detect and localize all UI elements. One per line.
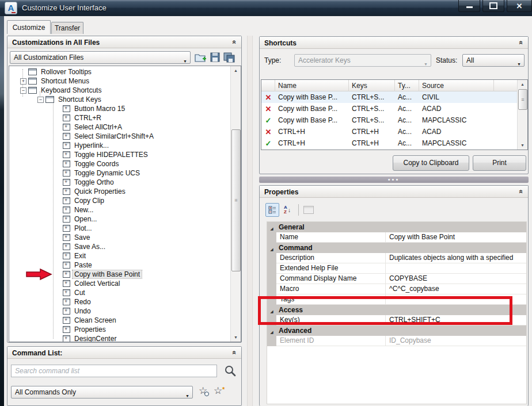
tree-item[interactable]: Open... (9, 215, 231, 224)
tree-item[interactable]: Undo (9, 307, 231, 316)
tree-item[interactable]: Toggle HIDEPALETTES (9, 150, 231, 159)
property-row[interactable]: Description Duplicates objects along wit… (267, 253, 526, 263)
scroll-down-icon[interactable]: ▼ (231, 333, 241, 342)
scroll-down-icon[interactable]: ▼ (518, 141, 527, 150)
column-header-keys[interactable]: Keys (349, 80, 395, 91)
property-value[interactable]: ^C^C_copybase (386, 284, 526, 294)
customization-file-dropdown[interactable]: All Customization Files ▼ (10, 51, 191, 64)
tree-item-label[interactable]: Keyboard Shortcuts (39, 86, 103, 94)
category-expanded-icon[interactable]: ◢ (270, 247, 273, 251)
property-row[interactable]: Extended Help File (267, 263, 526, 274)
shortcut-table-row[interactable]: ✓ Copy with Base P... CTRL+S... Ac... MA… (261, 114, 527, 126)
scrollbar-thumb[interactable]: ≡ (231, 129, 241, 271)
tree-item-label[interactable]: Undo (73, 307, 93, 315)
star-new-icon[interactable]: ☆* (214, 385, 222, 397)
shortcut-table-row[interactable]: ✕ CTRL+H CTRL+H Ac... ACAD (261, 126, 527, 137)
tree-item[interactable]: + Shortcut Menus (9, 76, 231, 86)
tree-item[interactable]: Rollover Tooltips (9, 67, 231, 76)
tab-transfer[interactable]: Transfer (51, 22, 83, 34)
panel-splitter-horizontal[interactable]: ••• (259, 177, 529, 183)
collapse-panel-icon[interactable]: « (518, 190, 526, 194)
search-input[interactable] (11, 365, 217, 377)
property-value[interactable]: COPYBASE (386, 274, 526, 284)
property-row[interactable]: Macro ^C^C_copybase (267, 284, 526, 294)
copy-to-clipboard-button[interactable]: Copy to Clipboard (393, 155, 469, 171)
tree-item[interactable]: Select SimilarCtrl+Shift+A (9, 132, 231, 141)
property-value[interactable]: ID_Copybase (386, 336, 526, 346)
print-button[interactable]: Print (473, 155, 526, 171)
minimize-button[interactable] (458, 0, 480, 12)
tree-item-label[interactable]: Copy Clip (73, 197, 106, 205)
collapse-panel-icon[interactable]: « (231, 40, 239, 44)
collapse-panel-icon[interactable]: « (518, 41, 526, 45)
tree-item[interactable]: Save As... (9, 242, 231, 251)
column-header-name[interactable]: Name (275, 80, 349, 91)
shortcut-table-row[interactable]: ✕ Copy with Base P... CTRL+S... Ac... AC… (261, 103, 527, 114)
tree-item-label[interactable]: CTRL+R (73, 114, 103, 122)
category-expanded-icon[interactable]: ◢ (270, 330, 273, 334)
tree-scrollbar[interactable]: ▲ ≡ ▼ (230, 66, 241, 342)
command-filter-dropdown[interactable]: All Commands Only ▼ (11, 386, 193, 399)
tree-item-label[interactable]: Properties (73, 325, 108, 334)
tree-item-label[interactable]: Toggle Dynamic UCS (73, 169, 142, 177)
tree-item-label[interactable]: New... (73, 206, 95, 214)
tree-item[interactable]: Clean Screen (9, 316, 231, 325)
load-customization-icon[interactable] (194, 52, 207, 63)
property-row[interactable]: Element ID ID_Copybase (267, 336, 526, 346)
property-value[interactable]: Duplicates objects along with a specifie… (386, 253, 526, 263)
tree-item[interactable]: − Shortcut Keys (9, 95, 231, 104)
tree-item[interactable]: Copy Clip (9, 196, 231, 205)
property-category-row[interactable]: ◢ Advanced (267, 325, 526, 336)
tree-item-label[interactable]: Toggle Ortho (73, 178, 116, 186)
tree-item-label[interactable]: Collect Vertical (73, 279, 121, 288)
tree-item[interactable]: Hyperlink... (9, 141, 231, 150)
tree-item-label[interactable]: Save (73, 233, 92, 242)
tree-item-label[interactable]: DesignCenter (73, 335, 118, 342)
sort-alphabetical-button[interactable]: AZ ↓ (280, 203, 294, 217)
tree-item-label[interactable]: Quick Properties (73, 187, 127, 196)
shortcut-table-row[interactable]: ✕ Copy with Base P... CTRL+S... Ac... CI… (261, 91, 527, 103)
tree-item[interactable]: Redo (9, 297, 231, 307)
tree-item-label[interactable]: Copy with Base Point (73, 270, 142, 278)
tree-item-label[interactable]: Clean Screen (73, 316, 118, 324)
tree-item[interactable]: Cut (9, 288, 231, 297)
tree-item-label[interactable]: Toggle HIDEPALETTES (73, 151, 150, 159)
property-value[interactable]: Copy with Base Point (386, 232, 526, 243)
tree-expand-toggle[interactable]: − (20, 87, 26, 94)
tree-item[interactable]: New... (9, 205, 231, 215)
status-dropdown[interactable]: All ▼ (462, 54, 525, 67)
tree-item[interactable]: Button Macro 15 (9, 104, 231, 113)
property-category-row[interactable]: ◢ General (267, 222, 526, 232)
scroll-up-icon[interactable]: ▲ (518, 80, 527, 89)
category-expanded-icon[interactable]: ◢ (270, 227, 273, 231)
categorized-view-button[interactable] (265, 203, 279, 217)
tree-item[interactable]: Toggle Dynamic UCS (9, 168, 231, 178)
tree-item[interactable]: Plot... (9, 224, 231, 233)
table-scrollbar[interactable]: ▲ ≡ ▼ (517, 80, 527, 150)
title-bar[interactable]: A Customize User Interface ✕ (0, 0, 532, 17)
tree-item-label[interactable]: Button Macro 15 (73, 105, 127, 113)
tree-expand-toggle[interactable]: − (37, 97, 44, 103)
scroll-up-icon[interactable]: ▲ (231, 66, 241, 75)
tree-item[interactable]: Quick Properties (9, 187, 231, 196)
tree-item[interactable]: Properties (9, 325, 231, 334)
tree-item-label[interactable]: Select SimilarCtrl+Shift+A (73, 132, 155, 140)
tree-item-label[interactable]: Select AllCtrl+A (73, 123, 124, 131)
tree-item-label[interactable]: Paste (73, 261, 94, 269)
property-row[interactable]: Command Display Name COPYBASE (267, 274, 526, 284)
tree-item-label[interactable]: Hyperlink... (73, 141, 111, 150)
star-search-icon[interactable]: ☆ (199, 385, 207, 397)
collapse-panel-icon[interactable]: « (231, 351, 239, 355)
tree-item[interactable]: Save (9, 233, 231, 242)
column-header-source[interactable]: Source (419, 80, 494, 91)
tree-item-label[interactable]: Open... (73, 215, 98, 223)
search-icon[interactable] (224, 365, 237, 377)
maximize-button[interactable] (482, 0, 504, 12)
property-value[interactable] (386, 263, 526, 274)
tree-item[interactable]: Toggle Ortho (9, 178, 231, 187)
tree-item-label[interactable]: Redo (73, 298, 93, 306)
tree-item-label[interactable]: Cut (73, 289, 87, 297)
shortcut-table-row[interactable]: ✓ CTRL+H CTRL+H Ac... MAPCLASSIC (261, 137, 527, 149)
tree-item-label[interactable]: Shortcut Menus (39, 77, 91, 85)
column-header-status[interactable] (261, 80, 275, 91)
